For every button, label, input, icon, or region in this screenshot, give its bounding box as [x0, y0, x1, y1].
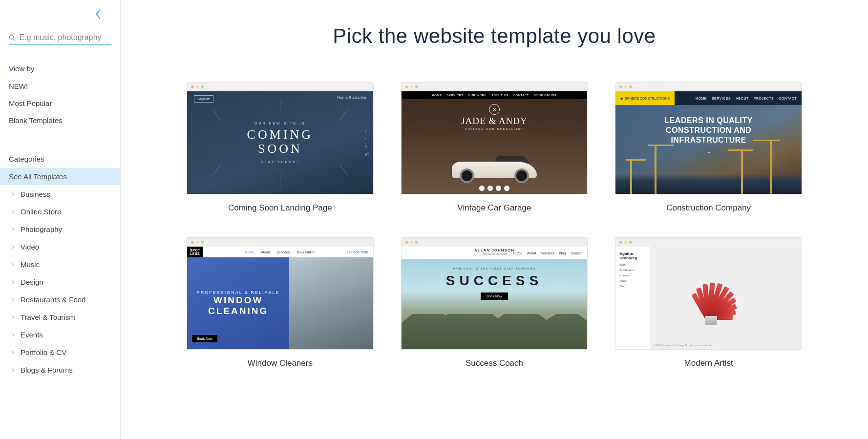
chevron-right-icon: › — [9, 260, 18, 269]
categories-label: Categories — [0, 137, 120, 168]
template-thumbnail: SPOTLESSHomeAboutServicesBook Online123-… — [187, 237, 374, 350]
category-label: Travel & Tourism — [21, 313, 75, 321]
category-item[interactable]: ›Business — [0, 185, 120, 203]
category-label: Online Store — [21, 208, 61, 216]
template-card[interactable]: ALLAN JOHNSONProfessional Life Coach Hom… — [401, 237, 588, 368]
main-content: Pick the website template you love Skyli… — [121, 0, 868, 439]
template-card[interactable]: Agatha KrönbergWorkExhibitionsContactAbo… — [615, 237, 802, 368]
category-label: Restaurants & Food — [21, 295, 85, 304]
template-thumbnail: HOMESERVICESOUR WORKABOUT USCONTACTBOOK … — [401, 82, 588, 194]
category-item[interactable]: ›Travel & Tourism — [0, 308, 120, 326]
chevron-right-icon: › — [9, 189, 18, 198]
search-input[interactable] — [19, 33, 111, 42]
category-label: Blogs & Forums — [21, 366, 73, 374]
category-label: Music — [21, 260, 40, 269]
chevron-right-icon: › — [9, 277, 18, 286]
category-see-all[interactable]: See All Templates — [0, 168, 120, 185]
viewby-item[interactable]: NEW! — [0, 78, 120, 95]
sidebar: View by NEW!Most PopularBlank Templates … — [0, 0, 121, 439]
chevron-right-icon: › — [9, 242, 18, 251]
chevron-right-icon: › — [9, 295, 18, 304]
viewby-item[interactable]: Most Popular — [0, 95, 120, 112]
category-item[interactable]: ›Video — [0, 238, 120, 255]
browser-chrome — [187, 83, 373, 91]
template-card[interactable]: HOMESERVICESOUR WORKABOUT USCONTACTBOOK … — [401, 82, 588, 213]
template-name: Vintage Car Garage — [401, 203, 588, 213]
chevron-left-icon — [95, 9, 102, 20]
template-thumbnail: ◆ SPHERE CONSTRUCTIONSHOMESERVICESABOUTP… — [615, 82, 802, 194]
category-item[interactable]: ›Music — [0, 255, 120, 273]
chevron-right-icon: › — [9, 207, 18, 216]
category-label: Portfolio & CV — [21, 348, 66, 356]
template-name: Modern Artist — [615, 358, 802, 368]
chevron-right-icon: › — [9, 330, 18, 339]
back-button[interactable] — [0, 9, 120, 31]
page-title: Pick the website template you love — [150, 24, 839, 48]
template-name: Success Coach — [401, 358, 588, 368]
category-item[interactable]: ›Restaurants & Food — [0, 291, 120, 308]
category-item[interactable]: ›Design — [0, 273, 120, 291]
svg-line-1 — [13, 39, 15, 40]
browser-chrome — [402, 83, 588, 91]
template-thumbnail: Agatha KrönbergWorkExhibitionsContactAbo… — [615, 237, 802, 350]
chevron-right-icon: › — [9, 365, 18, 374]
chevron-right-icon: › — [9, 313, 18, 321]
category-item[interactable]: ›Events — [0, 326, 120, 343]
chevron-down-icon: ⌄ — [706, 148, 711, 155]
template-card[interactable]: SPOTLESSHomeAboutServicesBook Online123-… — [187, 237, 374, 368]
category-label: Business — [21, 190, 50, 198]
template-card[interactable]: SkylineHome Subscribe OUR NEW SITE IS CO… — [187, 82, 374, 213]
template-card[interactable]: ◆ SPHERE CONSTRUCTIONSHOMESERVICESABOUTP… — [615, 82, 802, 213]
category-item[interactable]: ›Portfolio & CV — [0, 343, 120, 361]
template-grid: SkylineHome Subscribe OUR NEW SITE IS CO… — [187, 82, 802, 368]
browser-chrome — [402, 238, 588, 247]
chevron-right-icon: › — [9, 225, 18, 233]
browser-chrome — [615, 83, 802, 91]
template-thumbnail: SkylineHome Subscribe OUR NEW SITE IS CO… — [187, 82, 374, 194]
viewby-item[interactable]: Blank Templates — [0, 112, 120, 129]
search-icon — [9, 34, 15, 42]
category-label: Photography — [21, 225, 62, 233]
template-thumbnail: ALLAN JOHNSONProfessional Life Coach Hom… — [401, 237, 588, 350]
category-item[interactable]: ›Photography — [0, 220, 120, 238]
svg-point-0 — [9, 35, 13, 39]
template-name: Construction Company — [615, 203, 802, 213]
template-name: Window Cleaners — [187, 358, 374, 368]
category-label: Video — [21, 243, 39, 251]
category-item[interactable]: ›Online Store — [0, 203, 120, 220]
category-label: See All Templates — [9, 172, 67, 181]
viewby-label: View by — [0, 47, 120, 78]
chevron-right-icon: › — [9, 348, 18, 356]
browser-chrome — [187, 238, 373, 247]
search-field[interactable] — [9, 31, 111, 45]
category-label: Design — [21, 278, 43, 286]
category-item[interactable]: ›Blogs & Forums — [0, 361, 120, 378]
template-name: Coming Soon Landing Page — [187, 203, 374, 213]
category-label: Events — [21, 331, 43, 339]
browser-chrome — [615, 238, 802, 247]
